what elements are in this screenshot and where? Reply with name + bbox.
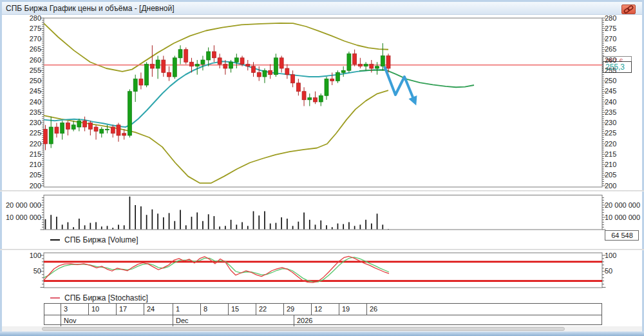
date-week-cell: 29 [283, 304, 311, 315]
volume-legend-dash-icon [50, 239, 60, 241]
date-week-cell: 19 [339, 304, 366, 315]
stochastic-legend-dash-icon [50, 297, 60, 299]
price-tick-label: 225 [0, 129, 41, 137]
date-week-cell: 15 [228, 304, 256, 315]
price-tick-label: 280 [605, 14, 642, 23]
price-tick-label: 260 [0, 56, 41, 64]
price-tick-label: 220 [605, 140, 642, 148]
stochastic-legend-label: СПБ Биржа [Stochastic] [64, 293, 148, 302]
panel-separator [0, 249, 644, 250]
stoch-tick-label: 100 [0, 252, 41, 260]
price-tick-label: 215 [0, 150, 41, 159]
price-tick-label: 230 [605, 119, 642, 127]
horizontal-scrollbar-thumb[interactable] [42, 327, 565, 331]
price-tick-label: 205 [605, 171, 642, 179]
price-tick-label: 220 [0, 140, 41, 148]
panel-separator [0, 190, 644, 192]
app-window: СПБ Биржа График цены и объёма - [Дневно… [0, 0, 644, 336]
stochastic-legend[interactable]: СПБ Биржа [Stochastic] [50, 293, 148, 303]
date-axis-months-row: NovDec2026 [44, 315, 601, 326]
price-tick-label: 240 [0, 98, 41, 106]
date-axis-table[interactable]: 310172418152229121926 NovDec2026 [44, 303, 602, 325]
price-tick-label: 245 [0, 87, 41, 95]
price-tick-label: 200 [605, 182, 642, 190]
price-tick-label: 215 [605, 150, 642, 159]
price-tick-label: 255 [605, 66, 642, 75]
date-week-cell: 8 [200, 304, 228, 315]
price-tick-label: 250 [605, 77, 642, 85]
price-tick-label: 200 [0, 182, 41, 190]
price-tick-label: 250 [0, 77, 41, 85]
price-tick-label: 275 [605, 25, 642, 33]
price-tick-label: 255 [0, 66, 41, 75]
price-tick-label: 235 [0, 108, 41, 117]
volume-legend[interactable]: СПБ Биржа [Volume] [50, 235, 138, 245]
date-week-cell: 1 [173, 304, 200, 315]
date-week-cell: 24 [144, 304, 173, 315]
date-month-cell: Nov [61, 315, 173, 326]
date-month-cell: Dec [173, 315, 294, 326]
stoch-tick-label: 100 [605, 252, 642, 260]
price-tick-label: 210 [605, 161, 642, 169]
last-volume-value-box: 64 548 [605, 230, 639, 241]
date-week-cell: 12 [311, 304, 339, 315]
price-tick-label: 245 [605, 87, 642, 95]
date-week-cell: 3 [61, 304, 88, 315]
volume-tick-label: 10 000 000 [0, 213, 41, 222]
date-month-cell: 2026 [294, 315, 601, 326]
volume-legend-label: СПБ Биржа [Volume] [64, 235, 138, 244]
price-tick-label: 275 [0, 25, 41, 33]
price-tick-label: 230 [0, 119, 41, 127]
chart-canvas [0, 0, 644, 336]
price-tick-label: 270 [605, 35, 642, 43]
date-week-cell: 26 [366, 304, 601, 315]
volume-tick-label: 20 000 000 [0, 201, 41, 210]
price-tick-label: 205 [0, 171, 41, 179]
date-week-cell: 22 [256, 304, 283, 315]
price-tick-label: 280 [0, 14, 41, 23]
date-week-cell: 10 [88, 304, 116, 315]
price-tick-label: 270 [0, 35, 41, 43]
price-tick-label: 210 [0, 161, 41, 169]
date-axis-weeks-row: 310172418152229121926 [44, 304, 601, 315]
price-tick-label: 265 [0, 45, 41, 54]
horizontal-scrollbar[interactable] [2, 326, 642, 331]
price-tick-label: 235 [605, 108, 642, 117]
price-tick-label: 240 [605, 98, 642, 106]
price-tick-label: 260 [605, 56, 642, 64]
date-month-cell [44, 315, 61, 326]
window-border-bottom [0, 331, 644, 336]
stoch-tick-label: 50 [605, 267, 642, 275]
date-week-cell: 17 [116, 304, 144, 315]
volume-tick-label: 20 000 000 [605, 201, 642, 210]
price-tick-label: 225 [605, 129, 642, 137]
stoch-tick-label: 50 [0, 267, 41, 275]
price-tick-label: 265 [605, 45, 642, 54]
volume-tick-label: 10 000 000 [605, 213, 642, 222]
date-week-cell [44, 304, 61, 315]
